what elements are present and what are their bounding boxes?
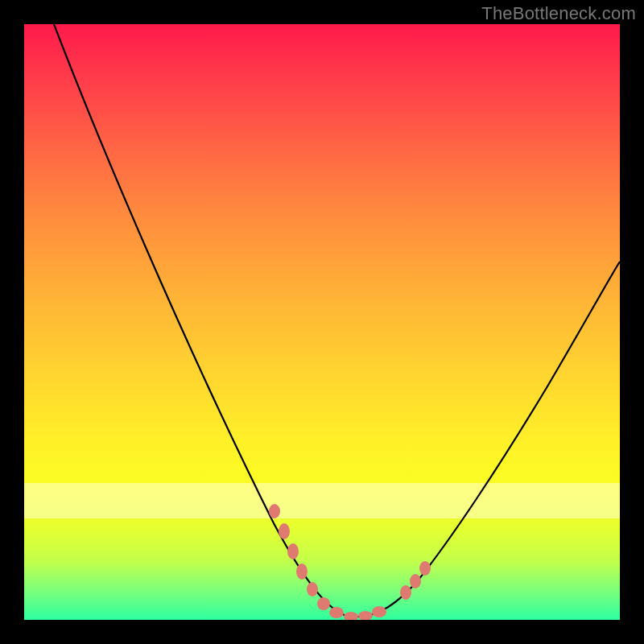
- curve-marker: [307, 582, 318, 597]
- curve-marker: [400, 585, 411, 600]
- curve-marker: [296, 564, 308, 580]
- curve-marker: [317, 597, 330, 610]
- watermark-text: TheBottleneck.com: [481, 3, 636, 24]
- curve-layer: [24, 24, 620, 620]
- chart-frame: TheBottleneck.com: [0, 0, 644, 644]
- curve-marker: [329, 607, 344, 618]
- curve-marker: [344, 612, 358, 620]
- curve-marker: [410, 574, 421, 588]
- curve-marker: [358, 611, 373, 620]
- marker-group: [269, 504, 431, 620]
- curve-marker: [419, 561, 431, 576]
- curve-marker: [279, 523, 290, 539]
- bottleneck-curve: [54, 24, 620, 617]
- curve-marker: [269, 504, 280, 518]
- plot-area: [24, 24, 620, 620]
- curve-marker: [287, 543, 299, 559]
- curve-marker: [372, 606, 386, 617]
